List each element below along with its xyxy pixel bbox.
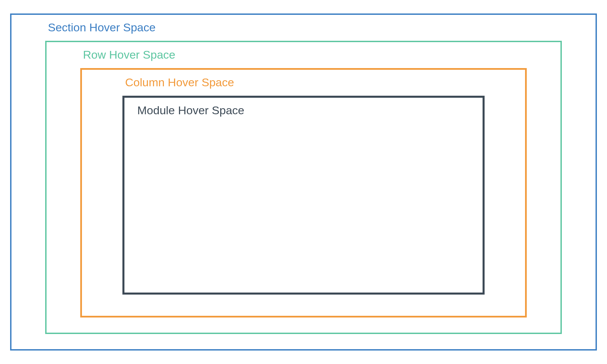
row-hover-space: Row Hover Space Column Hover Space Modul…	[45, 41, 562, 334]
column-label: Column Hover Space	[125, 76, 485, 89]
section-hover-space: Section Hover Space Row Hover Space Colu…	[10, 13, 597, 351]
row-label: Row Hover Space	[83, 48, 527, 61]
section-label: Section Hover Space	[48, 21, 562, 34]
column-hover-space: Column Hover Space Module Hover Space	[80, 68, 527, 317]
module-hover-space: Module Hover Space	[122, 96, 485, 295]
module-label: Module Hover Space	[137, 104, 472, 117]
